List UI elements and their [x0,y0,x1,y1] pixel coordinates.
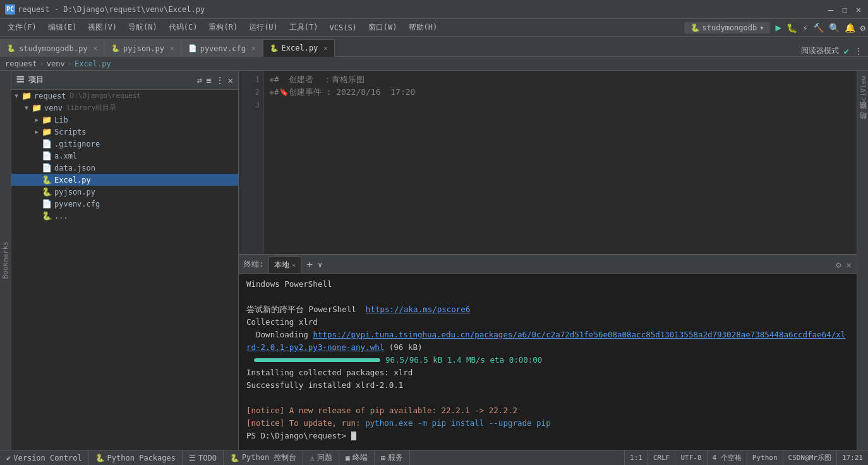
line-marker-1: ◈ [269,73,274,86]
notifications-button[interactable]: 🔔 [845,23,855,33]
terminal-history-button[interactable]: ∨ [318,260,322,269]
translation-label[interactable]: 翻译 [857,110,868,120]
encoding-label: UTF-8 [680,454,701,462]
editor-code-content[interactable]: ◈ # 创建者 ：青格乐图 ◈ #🔖创建事件 : 2022/8/16 17:20 [264,71,857,254]
status-encoding[interactable]: UTF-8 [675,450,706,466]
menu-window[interactable]: 窗口(W) [363,21,402,34]
tab-pyvenv[interactable]: 📄 pyvenv.cfg ✕ [181,39,263,57]
menubar: 文件(F) 编辑(E) 视图(V) 导航(N) 代码(C) 重构(R) 运行(U… [0,19,868,37]
status-terminal[interactable]: ▣ 终端 [339,450,375,465]
menu-code[interactable]: 代码(C) [164,21,203,34]
read-mode-button[interactable]: 阅读器模式 [801,45,839,56]
breadcrumb-file[interactable]: Excel.py [75,59,111,68]
debug-button[interactable]: 🐛 [787,23,797,33]
main-content: Bookmarks ☰ 项目 ⇄ ≡ ⋮ ✕ ▼ 📁 request D:\Dj… [0,71,868,450]
build-button[interactable]: 🔨 [813,23,824,33]
bookmarks-label[interactable]: Bookmarks [1,241,9,279]
status-language[interactable]: Python [747,450,783,466]
tab-icon-pyvenv: 📄 [188,44,197,52]
menu-view[interactable]: 视图(V) [83,21,122,34]
tree-item-json[interactable]: 📄 data.json [11,162,238,174]
search-everywhere-button[interactable]: 🔍 [829,23,840,33]
tab-close-pyvenv[interactable]: ✕ [251,44,256,52]
structure-label[interactable]: 结构 [857,120,868,130]
sidebar-expand-all[interactable]: ⇄ [197,75,202,85]
problems-icon: ⚠ [310,454,314,462]
terminal-tab-local[interactable]: 本地 ✕ [268,257,301,273]
file-icon-more: 🐍 [42,211,52,220]
menu-vcs[interactable]: VCS(S) [325,22,362,33]
tree-arrow-venv: ▼ [21,104,32,111]
titlebar-controls[interactable]: — ☐ ✕ [826,5,863,14]
status-todo[interactable]: ☰ TODO [183,450,224,465]
minimize-button[interactable]: — [826,5,835,14]
tree-item-lib[interactable]: ▶ 📁 Lib [11,114,238,126]
status-problems[interactable]: ⚠ 问题 [303,450,339,465]
terminal-close-icon[interactable]: ✕ [847,260,852,270]
menu-run[interactable]: 运行(U) [244,21,283,34]
tree-item-gitignore[interactable]: 📄 .gitignore [11,138,238,150]
sidebar-collapse-all[interactable]: ≡ [206,75,211,85]
status-version-control[interactable]: ✔ Version Control [0,450,89,465]
maximize-button[interactable]: ☐ [840,5,849,14]
terminal-add-button[interactable]: + [304,258,315,270]
tab-close-pyjson[interactable]: ✕ [170,44,174,52]
editor-tabs: 🐍 studymongodb.py ✕ 🐍 pyjson.py ✕ 📄 pyve… [0,39,796,56]
sidebar-close[interactable]: ✕ [228,75,233,85]
tree-item-venv[interactable]: ▼ 📁 venv library根目录 [11,102,238,114]
tree-arrow-lib: ▶ [32,116,42,123]
terminal-tab-local-close[interactable]: ✕ [292,262,296,269]
tree-item-pyvenv[interactable]: 📄 pyvenv.cfg [11,198,238,210]
titlebar-title: request - D:\Django\request\venv\Excel.p… [18,5,205,14]
tab-close-excel[interactable]: ✕ [323,44,328,52]
tree-item-scripts[interactable]: ▶ 📁 Scripts [11,126,238,138]
menu-help[interactable]: 帮助(H) [404,21,443,34]
tab-studymongodb[interactable]: 🐍 studymongodb.py ✕ [0,39,104,57]
breadcrumb-venv[interactable]: venv [47,59,65,68]
python-packages-label: Python Packages [107,454,176,462]
sidebar-options[interactable]: ⋮ [215,75,224,85]
run-profile-selector[interactable]: 🐍 studymongodb ▾ [684,22,771,33]
settings-button[interactable]: ⚙ [860,23,865,33]
menu-tools[interactable]: 工具(T) [284,21,323,34]
tree-item-excel[interactable]: 🐍 Excel.py [11,174,238,186]
status-branch[interactable]: CSDN@Mr乐图 [783,450,836,466]
code-comment-2: # [274,86,279,99]
run-button[interactable]: ▶ [775,21,781,33]
status-position[interactable]: 1:1 [624,450,648,466]
terminal-settings-icon[interactable]: ⚙ [836,260,841,270]
terminal-content[interactable]: Windows PowerShell 尝试新的跨平台 PowerShell ht… [239,274,857,450]
menu-edit[interactable]: 编辑(E) [43,21,82,34]
tree-item-more[interactable]: 🐍 ... [11,210,238,222]
menu-refactor[interactable]: 重构(R) [203,21,243,34]
tree-item-xml[interactable]: 📄 a.xml [11,150,238,162]
profile-button[interactable]: ⚡ [802,23,807,33]
tab-excel[interactable]: 🐍 Excel.py ✕ [263,39,335,57]
menu-file[interactable]: 文件(F) [3,21,42,34]
status-python-console[interactable]: 🐍 Python 控制台 [224,450,304,465]
breadcrumb-bar: request › venv › Excel.py [0,57,868,71]
version-control-icon: ✔ [6,454,11,462]
menu-navigate[interactable]: 导航(N) [123,21,162,34]
status-line-separator[interactable]: CRLF [648,450,675,466]
tab-pyjson[interactable]: 🐍 pyjson.py ✕ [104,39,181,57]
status-indent[interactable]: 4 个空格 [707,450,747,466]
terminal-download-link[interactable]: https://pypi.tuna.tsinghua.edu.cn/packag… [246,330,845,352]
tree-item-request[interactable]: ▼ 📁 request D:\Django\request [11,90,238,102]
status-python-packages[interactable]: 🐍 Python Packages [89,450,183,465]
status-services[interactable]: ⊞ 服务 [375,450,410,465]
more-tabs-button[interactable]: ⋮ [854,46,863,56]
tree-label-pyvenv: pyvenv.cfg [54,200,100,208]
status-right: 1:1 CRLF UTF-8 4 个空格 Python CSDN@Mr乐图 17… [624,450,868,466]
breadcrumb-request[interactable]: request [5,59,37,68]
code-comment-2b: 创建事件 : 2022/8/16 17:20 [289,86,416,99]
terminal-line-blank2 [246,392,849,404]
tree-arrow-request: ▼ [11,92,21,99]
scview-label[interactable]: SciView [857,71,868,110]
tab-close-studymongodb[interactable]: ✕ [93,44,97,52]
breadcrumb-sep1: › [40,59,44,68]
terminal-pscore-link[interactable]: https://aka.ms/pscore6 [366,305,471,314]
tree-item-pyjson[interactable]: 🐍 pyjson.py [11,186,238,198]
close-button[interactable]: ✕ [854,5,863,14]
tab-icon-excel: 🐍 [270,44,279,52]
